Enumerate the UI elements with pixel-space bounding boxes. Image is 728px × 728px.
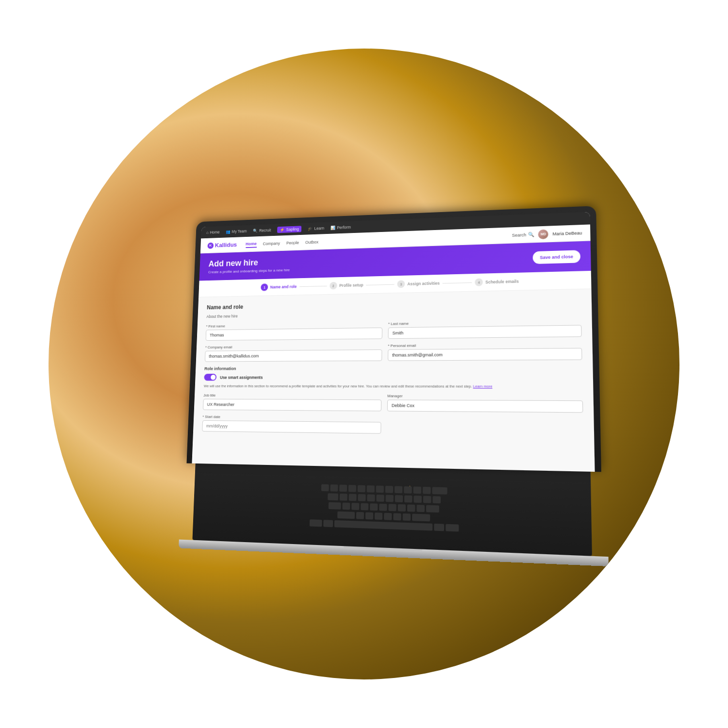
manager-input[interactable] (387, 400, 583, 413)
key (385, 486, 393, 493)
key (395, 486, 402, 493)
key (388, 504, 396, 511)
last-name-group: * Last name (388, 319, 581, 339)
key-backspace (432, 487, 447, 494)
key-tab (328, 493, 338, 500)
key (367, 485, 375, 493)
search-button[interactable]: Search 🔍 (512, 232, 534, 237)
personal-email-label: * Personal email (388, 342, 582, 347)
first-name-input[interactable] (206, 328, 382, 341)
key (398, 504, 406, 512)
avatar: MD (538, 229, 548, 239)
key-row-5 (310, 519, 459, 531)
start-date-row: * Start date (202, 415, 583, 437)
personal-email-input[interactable] (388, 348, 582, 361)
key-row-4 (337, 512, 430, 522)
step-4-label: Schedule emails (485, 279, 519, 285)
top-nav-sapling[interactable]: ⚡ Sapling (277, 226, 302, 233)
job-manager-row: Job title Manager (203, 393, 583, 413)
header-nav-people[interactable]: People (286, 239, 299, 246)
key (414, 486, 421, 494)
smart-assignments-description: We will use the information in this sect… (204, 383, 583, 389)
start-date-label: * Start date (202, 415, 381, 421)
email-row: * Company email * Personal email (205, 342, 582, 362)
key-row-3 (329, 502, 439, 513)
header-nav-outbox[interactable]: Outbox (305, 239, 318, 246)
key (342, 502, 350, 510)
start-date-input[interactable] (202, 420, 381, 434)
page-subtitle: Create a profile and onboarding steps fo… (208, 268, 290, 274)
search-icon: 🔍 (528, 232, 534, 237)
key-alt-right (434, 524, 444, 531)
step-4: 4 Schedule emails (475, 278, 519, 286)
laptop-lid: ⌂ Home 👥 My Team 🔍 Recruit (186, 206, 601, 472)
learn-more-link[interactable]: Learn more (473, 384, 493, 389)
step-divider-3 (443, 282, 472, 283)
key (361, 503, 368, 511)
step-1-label: Name and role (270, 284, 297, 290)
key (339, 494, 347, 501)
home-icon: ⌂ (206, 230, 209, 234)
name-row: * First name * Last name (206, 319, 582, 341)
empty-group (387, 416, 583, 437)
step-3-circle: 3 (397, 280, 405, 288)
key (374, 513, 382, 520)
last-name-input[interactable] (388, 325, 581, 339)
key (379, 504, 387, 511)
key-row-2 (328, 493, 441, 503)
key (432, 496, 441, 503)
key (356, 512, 364, 519)
key-ctrl-right (446, 524, 459, 532)
top-nav-home[interactable]: ⌂ Home (206, 230, 220, 235)
step-2-circle: 2 (330, 282, 337, 290)
top-nav-myteam[interactable]: 👥 My Team (226, 229, 247, 234)
role-info-header: Role information (204, 365, 582, 371)
job-title-label: Job title (203, 393, 381, 398)
laptop: ⌂ Home 👥 My Team 🔍 Recruit (183, 206, 603, 566)
top-nav-recruit[interactable]: 🔍 Recruit (253, 228, 271, 233)
manager-group: Manager (387, 394, 583, 413)
key (402, 513, 410, 521)
key-alt (323, 520, 333, 527)
recruit-icon: 🔍 (253, 229, 258, 233)
key-spacebar (334, 520, 432, 531)
background-circle: ⌂ Home 👥 My Team 🔍 Recruit (49, 49, 679, 679)
job-title-input[interactable] (203, 399, 381, 412)
company-email-input[interactable] (205, 349, 382, 362)
step-1-circle: 1 (261, 283, 268, 291)
personal-email-group: * Personal email (388, 342, 582, 361)
screen-bezel: ⌂ Home 👥 My Team 🔍 Recruit (192, 212, 595, 472)
key (385, 495, 393, 502)
key (384, 513, 392, 520)
smart-assignments-toggle[interactable] (204, 374, 216, 381)
key (358, 485, 365, 493)
top-nav-learn[interactable]: 🎓 Learn (308, 226, 324, 231)
user-name: Maria DeBeau (552, 231, 582, 236)
step-divider-2 (366, 284, 394, 285)
key-enter (426, 505, 439, 513)
header-nav-home[interactable]: Home (246, 240, 257, 248)
key (348, 494, 356, 501)
step-3: 3 Assign activities (397, 280, 440, 288)
key (414, 496, 421, 503)
top-nav-perform[interactable]: 📊 Perform (331, 225, 351, 230)
step-2: 2 Profile setup (330, 281, 364, 289)
step-3-label: Assign activities (407, 281, 440, 286)
page-title: Add new hire (208, 257, 290, 269)
key (404, 486, 412, 494)
learn-icon: 🎓 (308, 226, 313, 231)
perform-icon: 📊 (331, 225, 336, 230)
manager-label: Manager (387, 394, 583, 399)
key (367, 494, 375, 501)
key (376, 495, 384, 502)
role-info-section: Role information Use smart assignments W… (204, 365, 583, 389)
key (321, 484, 329, 492)
key (365, 512, 373, 519)
step-1: 1 Name and role (261, 283, 297, 291)
save-close-button[interactable]: Save and close (533, 250, 580, 264)
header-nav-company[interactable]: Company (263, 240, 280, 247)
key-shift-left (337, 512, 355, 519)
team-icon: 👥 (226, 230, 231, 234)
start-date-group: * Start date (202, 415, 381, 434)
page-header-text: Add new hire Create a profile and onboar… (208, 257, 290, 275)
